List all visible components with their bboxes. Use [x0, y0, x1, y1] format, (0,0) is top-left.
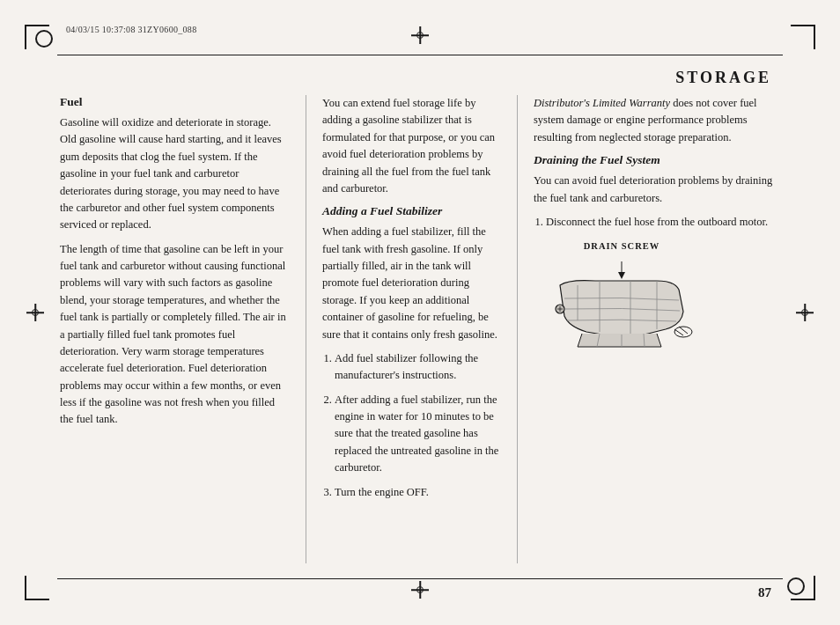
circle-mark-br	[787, 577, 805, 595]
page-title: STORAGE	[675, 69, 771, 87]
hr-bottom	[57, 578, 783, 579]
left-para2: The length of time that gasoline can be …	[60, 241, 290, 429]
reg-mark-right	[796, 304, 814, 321]
fuel-heading: Fuel	[60, 95, 290, 109]
adding-stabilizer-heading: Adding a Fuel Stabilizer	[322, 204, 501, 218]
page: 04/03/15 10:37:08 31ZY0600_088 STORAGE F…	[0, 0, 840, 625]
drain-screw-diagram: DRAIN SCREW	[534, 241, 710, 356]
page-number: 87	[758, 585, 771, 600]
draining-heading: Draining the Fuel System	[534, 153, 780, 167]
corner-mark-bl	[25, 576, 49, 600]
svg-point-5	[674, 327, 692, 337]
column-right: Distributor's Limited Warranty does not …	[518, 95, 780, 563]
right-para1: Distributor's Limited Warranty does not …	[534, 95, 780, 146]
column-middle: You can extend fuel storage life by addi…	[306, 95, 518, 563]
drain-screw-svg	[534, 254, 710, 351]
right-list: Disconnect the fuel hose from the outboa…	[534, 214, 780, 231]
list-item-3: Turn the engine OFF.	[335, 484, 501, 501]
circle-mark-tl	[35, 30, 53, 48]
middle-para2: When adding a fuel stabilizer, fill the …	[322, 224, 501, 343]
list-item-1: Add fuel stabilizer following the manufa…	[335, 350, 501, 385]
list-item-2: After adding a fuel stabilizer, run the …	[335, 392, 501, 477]
corner-mark-tr	[791, 25, 815, 49]
column-left: Fuel Gasoline will oxidize and deteriora…	[60, 95, 306, 563]
header: 04/03/15 10:37:08 31ZY0600_088	[66, 25, 774, 34]
svg-line-7	[679, 327, 688, 334]
middle-para1: You can extend fuel storage life by addi…	[322, 95, 501, 197]
hr-top	[57, 55, 783, 55]
header-text: 04/03/15 10:37:08 31ZY0600_088	[66, 25, 196, 34]
drain-screw-label: DRAIN SCREW	[534, 241, 710, 251]
svg-marker-1	[618, 272, 625, 279]
right-para2: You can avoid fuel deterioration problem…	[534, 173, 780, 207]
right-list-item-1: Disconnect the fuel hose from the outboa…	[546, 214, 780, 231]
left-para1: Gasoline will oxidize and deteriorate in…	[60, 114, 290, 234]
middle-list: Add fuel stabilizer following the manufa…	[322, 350, 501, 501]
reg-mark-left	[26, 304, 44, 321]
content-area: Fuel Gasoline will oxidize and deteriora…	[60, 95, 780, 563]
warranty-italic: Distributor's Limited Warranty	[534, 97, 670, 109]
reg-mark-bottom	[411, 581, 429, 599]
